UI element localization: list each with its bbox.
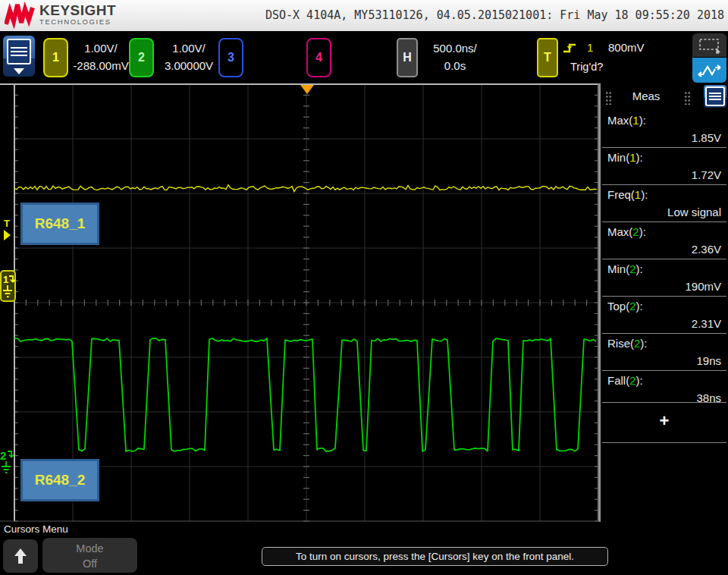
- meas-rows: Max(1):1.85VMin(1):1.72VFreq(1):Low sign…: [601, 111, 728, 407]
- channel2-offset: 3.00000V: [154, 57, 224, 74]
- measurement-panel: Meas Max(1):1.85VMin(1):1.72VFreq(1):Low…: [599, 83, 728, 522]
- meas-label: Min(1):: [607, 151, 643, 164]
- channel1-ground-marker[interactable]: 1: [0, 270, 17, 305]
- meas-row[interactable]: Max(2):2.36V: [602, 222, 726, 259]
- brand-name: KEYSIGHT: [39, 3, 116, 17]
- mode-value: Off: [42, 556, 137, 571]
- channel2-scale: 1.00V/: [154, 39, 224, 57]
- mode-label: Mode: [42, 541, 137, 556]
- up-arrow-icon: [14, 548, 27, 556]
- menu-title: Cursors Menu: [4, 523, 68, 535]
- signal-label-r648-1[interactable]: R648_1: [20, 203, 99, 245]
- channel4-button[interactable]: 4: [306, 38, 331, 77]
- zoom-select-button[interactable]: [692, 33, 726, 57]
- waveform-navigate-button[interactable]: [692, 58, 726, 83]
- meas-panel-title: Meas: [601, 90, 692, 102]
- meas-label: Fall(2):: [607, 374, 643, 387]
- add-measurement-button[interactable]: +: [602, 402, 726, 443]
- channel1-button[interactable]: 1: [43, 38, 68, 77]
- meas-value: 190mV: [685, 280, 721, 293]
- trigger-level: 800mV: [608, 41, 645, 54]
- channel3-button[interactable]: 3: [218, 38, 243, 77]
- scope-display[interactable]: T 1 2 R648_1 R648_2: [0, 83, 599, 522]
- channel1-marker-number: 1: [3, 274, 8, 285]
- timebase-readout[interactable]: 500.0ns/ 0.0s: [419, 39, 491, 74]
- back-button[interactable]: [3, 539, 38, 573]
- meas-value: 1.85V: [692, 131, 721, 144]
- keysight-logo-icon: [5, 2, 35, 30]
- meas-value: 2.31V: [692, 317, 721, 330]
- main-area: T 1 2 R648_1 R648_2 Meas: [0, 83, 728, 522]
- menu-page-icon: [7, 39, 31, 64]
- trigger-level-arrow-icon: [4, 230, 11, 240]
- channel2-readout[interactable]: 1.00V/ 3.00000V: [154, 39, 224, 74]
- header-bar: KEYSIGHT TECHNOLOGIES DSO-X 4104A, MY531…: [0, 0, 728, 31]
- meas-titlebar[interactable]: Meas: [601, 85, 728, 109]
- brand-sub: TECHNOLOGIES: [39, 17, 116, 26]
- meas-value: 2.36V: [692, 243, 721, 256]
- channel2-button[interactable]: 2: [129, 38, 154, 77]
- drag-handle-icon[interactable]: [684, 91, 691, 105]
- selection-rect-icon: [697, 37, 723, 54]
- channel1-scale: 1.00V/: [68, 39, 133, 57]
- meas-label: Top(2):: [607, 300, 643, 313]
- mode-softkey-button[interactable]: Mode Off: [42, 538, 137, 573]
- up-arrow-stem: [18, 556, 23, 564]
- waveform-plot: [0, 83, 599, 522]
- meas-label: Freq(1):: [607, 188, 648, 201]
- meas-row[interactable]: Rise(2):19ns: [602, 333, 726, 370]
- instrument-title: DSO-X 4104A, MY53110126, 04.05.201502100…: [265, 8, 724, 22]
- meas-label: Max(2):: [607, 225, 646, 238]
- timebase-delay: 0.0s: [419, 57, 491, 74]
- trigger-time-marker-icon[interactable]: [300, 85, 314, 94]
- meas-menu-button[interactable]: [704, 85, 726, 108]
- meas-row[interactable]: Min(2):190mV: [602, 259, 726, 296]
- meas-row[interactable]: Min(1):1.72V: [602, 147, 726, 184]
- chevron-down-icon: [14, 68, 24, 74]
- horizontal-button[interactable]: H: [397, 38, 418, 77]
- trigger-button[interactable]: T: [537, 38, 558, 77]
- meas-label: Min(2):: [607, 262, 643, 275]
- meas-value: Low signal: [667, 206, 721, 218]
- meas-row[interactable]: Freq(1):Low signal: [602, 184, 726, 222]
- channel2-marker-number: 2: [0, 449, 6, 462]
- meas-label: Rise(2):: [607, 337, 648, 350]
- brand-text: KEYSIGHT TECHNOLOGIES: [39, 3, 116, 26]
- meas-row[interactable]: Max(1):1.85V: [602, 111, 726, 147]
- oscilloscope-screen: KEYSIGHT TECHNOLOGIES DSO-X 4104A, MY531…: [0, 0, 728, 575]
- cursor-hint-message: To turn on cursors, press the [Cursors] …: [262, 547, 608, 566]
- channel1-offset: -288.00mV: [68, 57, 133, 74]
- signal-label-r648-2[interactable]: R648_2: [20, 459, 99, 501]
- navigate-wave-icon: [697, 61, 723, 80]
- main-menu-button[interactable]: [3, 36, 35, 77]
- trigger-status: Trig'd?: [570, 61, 603, 73]
- trigger-level-marker-label: T: [4, 218, 10, 229]
- menu-page-icon: [705, 86, 725, 106]
- meas-label: Max(1):: [607, 114, 646, 127]
- trigger-level-marker[interactable]: T: [4, 218, 11, 240]
- timebase-scale: 500.0ns/: [419, 39, 491, 57]
- rising-edge-icon: [563, 41, 578, 55]
- meas-row[interactable]: Top(2):2.31V: [602, 296, 726, 333]
- trigger-source: 1: [587, 41, 593, 54]
- channel1-readout[interactable]: 1.00V/ -288.00mV: [68, 39, 133, 74]
- channel2-ground-marker[interactable]: 2: [0, 448, 17, 481]
- softkey-bar: Cursors Menu Mode Off To turn on cursors…: [0, 522, 728, 575]
- toolbar: 1 1.00V/ -288.00mV 2 1.00V/ 3.00000V 3 4…: [0, 31, 728, 83]
- meas-value: 1.72V: [692, 168, 721, 181]
- meas-value: 19ns: [696, 354, 721, 367]
